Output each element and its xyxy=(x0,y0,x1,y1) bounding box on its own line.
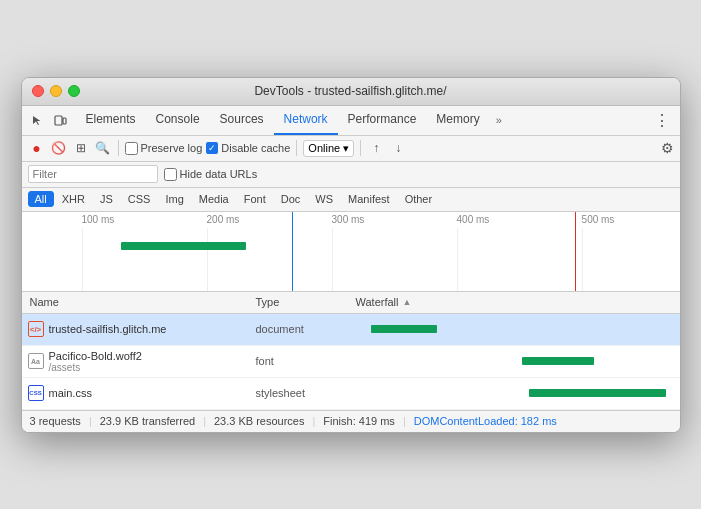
status-requests: 3 requests xyxy=(30,415,81,427)
row-waterfall-2 xyxy=(352,345,680,377)
separator-2 xyxy=(296,140,297,156)
row-subtext-2: /assets xyxy=(49,362,142,373)
row-name-cell-3: CSS main.css xyxy=(22,385,252,401)
row-waterfall-1 xyxy=(352,313,680,345)
table-row[interactable]: </> trusted-sailfish.glitch.me document xyxy=(22,314,680,346)
tab-memory[interactable]: Memory xyxy=(426,105,489,135)
type-btn-other[interactable]: Other xyxy=(398,191,440,207)
disable-cache-check: ✓ xyxy=(206,142,218,154)
upload-icon[interactable]: ↑ xyxy=(367,139,385,157)
clear-button[interactable]: 🚫 xyxy=(50,139,68,157)
separator-1 xyxy=(118,140,119,156)
separator-3 xyxy=(360,140,361,156)
tab-icons xyxy=(26,109,72,131)
type-btn-ws[interactable]: WS xyxy=(308,191,340,207)
grid-line-4 xyxy=(457,228,458,291)
close-button[interactable] xyxy=(32,85,44,97)
time-label-500: 500 ms xyxy=(582,214,615,225)
devtools-window: DevTools - trusted-sailfish.glitch.me/ E… xyxy=(21,77,681,433)
status-resources: 23.3 KB resources xyxy=(214,415,305,427)
grid-line-2 xyxy=(207,228,208,291)
toolbar-row: ● 🚫 ⊞ 🔍 Preserve log ✓ Disable cache Onl… xyxy=(22,136,680,162)
minimize-button[interactable] xyxy=(50,85,62,97)
hide-data-label[interactable]: Hide data URLs xyxy=(164,168,258,181)
row-name-cell-2: Aa Pacifico-Bold.woff2 /assets xyxy=(22,350,252,373)
row-filename-3: main.css xyxy=(49,387,92,399)
time-label-400: 400 ms xyxy=(457,214,490,225)
row-name-cell-1: </> trusted-sailfish.glitch.me xyxy=(22,321,252,337)
cursor-icon[interactable] xyxy=(26,109,48,131)
filter-row: Hide data URLs xyxy=(22,162,680,188)
type-btn-all[interactable]: All xyxy=(28,191,54,207)
type-filter-row: All XHR JS CSS Img Media Font Doc WS Man… xyxy=(22,188,680,212)
status-bar: 3 requests | 23.9 KB transferred | 23.3 … xyxy=(22,410,680,432)
row-filename-2: Pacifico-Bold.woff2 xyxy=(49,350,142,362)
row-type-3: stylesheet xyxy=(252,387,352,399)
filter-input[interactable] xyxy=(28,165,158,183)
type-btn-img[interactable]: Img xyxy=(158,191,190,207)
device-icon[interactable] xyxy=(50,109,72,131)
row-waterfall-3 xyxy=(352,377,680,409)
disable-cache-label[interactable]: ✓ Disable cache xyxy=(206,142,290,154)
row-filename-1: trusted-sailfish.glitch.me xyxy=(49,323,167,335)
throttle-select[interactable]: Online ▾ xyxy=(303,140,354,157)
table-row[interactable]: CSS main.css stylesheet xyxy=(22,378,680,410)
tab-more-button[interactable]: ⋮ xyxy=(648,111,676,130)
network-table: Name Type Waterfall ▲ </> trusted-sailfi… xyxy=(22,292,680,410)
chart-bar-1 xyxy=(121,242,246,250)
hide-data-checkbox[interactable] xyxy=(164,168,177,181)
type-btn-css[interactable]: CSS xyxy=(121,191,158,207)
record-button[interactable]: ● xyxy=(28,139,46,157)
type-btn-font[interactable]: Font xyxy=(237,191,273,207)
window-title: DevTools - trusted-sailfish.glitch.me/ xyxy=(254,84,446,98)
title-bar: DevTools - trusted-sailfish.glitch.me/ xyxy=(22,78,680,106)
tab-performance[interactable]: Performance xyxy=(338,105,427,135)
type-btn-manifest[interactable]: Manifest xyxy=(341,191,397,207)
type-btn-js[interactable]: JS xyxy=(93,191,120,207)
status-finish: Finish: 419 ms xyxy=(323,415,395,427)
maximize-button[interactable] xyxy=(68,85,80,97)
grid-line-3 xyxy=(332,228,333,291)
tab-network[interactable]: Network xyxy=(274,105,338,135)
tabs-row: Elements Console Sources Network Perform… xyxy=(22,106,680,136)
row-icon-css: CSS xyxy=(28,385,44,401)
time-label-300: 300 ms xyxy=(332,214,365,225)
filter-icon[interactable]: ⊞ xyxy=(72,139,90,157)
type-btn-xhr[interactable]: XHR xyxy=(55,191,92,207)
tab-elements[interactable]: Elements xyxy=(76,105,146,135)
grid-line-1 xyxy=(82,228,83,291)
row-icon-html: </> xyxy=(28,321,44,337)
time-label-200: 200 ms xyxy=(207,214,240,225)
tab-overflow[interactable]: » xyxy=(492,114,506,126)
status-dom-content-loaded: DOMContentLoaded: 182 ms xyxy=(414,415,557,427)
row-icon-font: Aa xyxy=(28,353,44,369)
search-icon[interactable]: 🔍 xyxy=(94,139,112,157)
col-header-type[interactable]: Type xyxy=(252,296,352,308)
time-label-100: 100 ms xyxy=(82,214,115,225)
waterfall-bar-3 xyxy=(529,389,667,397)
waterfall-chart: 100 ms 200 ms 300 ms 400 ms 500 ms xyxy=(22,212,680,292)
col-header-name[interactable]: Name xyxy=(22,296,252,308)
row-type-1: document xyxy=(252,323,352,335)
waterfall-bar-1 xyxy=(371,325,437,333)
download-icon[interactable]: ↓ xyxy=(389,139,407,157)
load-line xyxy=(575,212,576,291)
dom-content-loaded-line xyxy=(292,212,293,291)
col-header-waterfall[interactable]: Waterfall ▲ xyxy=(352,296,680,308)
tab-console[interactable]: Console xyxy=(146,105,210,135)
row-type-2: font xyxy=(252,355,352,367)
preserve-log-checkbox[interactable] xyxy=(125,142,138,155)
settings-gear-icon[interactable]: ⚙ xyxy=(661,140,674,156)
waterfall-bar-2 xyxy=(522,357,594,365)
type-btn-media[interactable]: Media xyxy=(192,191,236,207)
table-row[interactable]: Aa Pacifico-Bold.woff2 /assets font xyxy=(22,346,680,378)
table-header: Name Type Waterfall ▲ xyxy=(22,292,680,314)
grid-line-5 xyxy=(582,228,583,291)
type-btn-doc[interactable]: Doc xyxy=(274,191,308,207)
preserve-log-label[interactable]: Preserve log xyxy=(125,142,203,155)
sort-arrow-icon: ▲ xyxy=(403,297,412,307)
status-transferred: 23.9 KB transferred xyxy=(100,415,195,427)
window-controls xyxy=(32,85,80,97)
devtools-body: Elements Console Sources Network Perform… xyxy=(22,106,680,432)
tab-sources[interactable]: Sources xyxy=(210,105,274,135)
